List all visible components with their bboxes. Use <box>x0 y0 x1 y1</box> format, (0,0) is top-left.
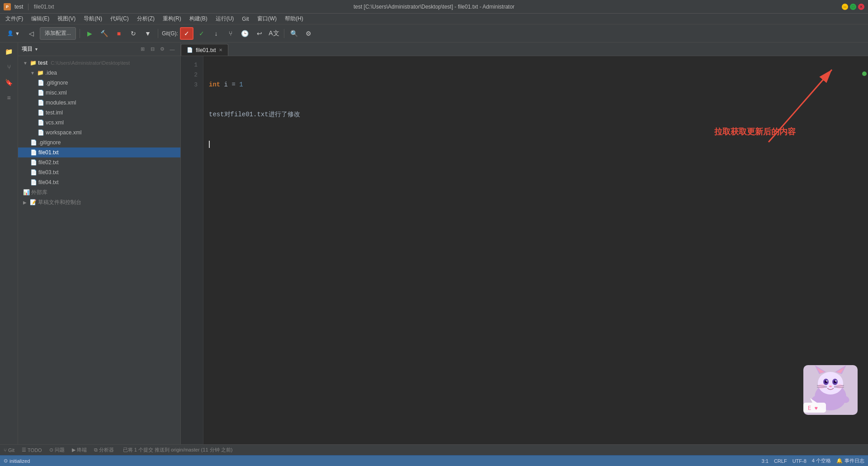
terminal-label: 终端 <box>77 447 87 453</box>
menu-navigate[interactable]: 导航(N) <box>80 14 106 24</box>
menu-git[interactable]: Git <box>238 15 252 23</box>
sidebar-structure-btn[interactable]: ≡ <box>2 90 16 105</box>
tree-item-gitignore-idea[interactable]: 📄 .gitignore <box>18 78 180 88</box>
git-commit-button[interactable]: ✓ <box>180 27 193 40</box>
tab-label: file01.txt <box>196 47 216 53</box>
code-line-2: test对file01.txt进行了修改 <box>209 109 863 119</box>
menu-refactor[interactable]: 重构(R) <box>159 14 185 24</box>
tree-item-root[interactable]: ▼ 📁 test C:\Users\Administrator\Desktop\… <box>18 58 180 68</box>
account-button[interactable]: 👤 ▼ <box>4 27 24 40</box>
toolbar-separator-1 <box>80 29 80 38</box>
git-tool-btn[interactable]: ⑂ Git <box>2 446 16 455</box>
git-branch-button[interactable]: ⑂ <box>224 27 237 40</box>
status-position[interactable]: 3:1 <box>762 458 769 464</box>
tree-item-label: misc.xml <box>46 90 67 96</box>
menu-code[interactable]: 代码(C) <box>107 14 132 24</box>
tree-item-file02[interactable]: 📄 file02.txt <box>18 157 180 167</box>
add-config-button[interactable]: 添加配置... <box>40 27 76 40</box>
folder-icon: 📁 <box>30 60 37 66</box>
initialized-text: initialized <box>9 458 30 464</box>
tree-item-external-libs[interactable]: 📊 外部库 <box>18 187 180 197</box>
panel-title: 项目 ▼ <box>22 45 38 53</box>
tree-item-misc-xml[interactable]: 📄 misc.xml <box>18 88 180 98</box>
editor-tab-file01[interactable]: 📄 file01.txt ✕ <box>181 44 228 56</box>
status-events[interactable]: 🔔 事件日志 <box>836 457 864 464</box>
panel-close-btn[interactable]: — <box>168 45 177 54</box>
sidebar-project-btn[interactable]: 📁 <box>2 44 16 59</box>
tree-item-workspace-xml[interactable]: 📄 workspace.xml <box>18 128 180 138</box>
file-icon: 📄 <box>30 149 37 156</box>
maximize-button[interactable]: □ <box>850 4 856 10</box>
menu-file[interactable]: 文件(F) <box>2 14 27 24</box>
status-line-ending[interactable]: CRLF <box>774 458 787 464</box>
tree-item-gitignore-root[interactable]: 📄 .gitignore <box>18 138 180 147</box>
line-number-3: 3 <box>181 80 203 90</box>
tree-item-modules-xml[interactable]: 📄 modules.xml <box>18 98 180 108</box>
menu-edit[interactable]: 编辑(E) <box>28 14 53 24</box>
file-tree: ▼ 📁 test C:\Users\Administrator\Desktop\… <box>18 56 180 444</box>
translate-button[interactable]: A文 <box>268 27 280 40</box>
terminal-icon: ▶ <box>72 447 75 453</box>
tree-item-vcs-xml[interactable]: 📄 vcs.xml <box>18 118 180 128</box>
tree-item-file04[interactable]: 📄 file04.txt <box>18 177 180 187</box>
nav-back-button[interactable]: ◁ <box>25 27 38 40</box>
git-history-button[interactable]: 🕒 <box>239 27 251 40</box>
git-tool-icon: ⑂ <box>4 447 7 453</box>
build-button[interactable]: 🔨 <box>98 27 111 40</box>
status-encoding[interactable]: UTF-8 <box>793 458 807 464</box>
todo-tool-btn[interactable]: ☰ TODO <box>20 446 44 455</box>
sidebar-bookmarks-btn[interactable]: 🔖 <box>2 75 16 90</box>
todo-label: TODO <box>28 447 42 453</box>
tab-close-btn[interactable]: ✕ <box>219 48 222 52</box>
panel-actions[interactable]: ⊞ ⊟ ⚙ — <box>138 45 177 54</box>
reload-button[interactable]: ↻ <box>127 27 140 40</box>
tree-item-file03[interactable]: 📄 file03.txt <box>18 167 180 177</box>
app-logo: P <box>4 3 11 10</box>
menu-bar: 文件(F) 编辑(E) 视图(V) 导航(N) 代码(C) 分析(Z) 重构(R… <box>0 14 868 24</box>
minimize-button[interactable]: ─ <box>842 4 848 10</box>
panel-settings-btn[interactable]: ⚙ <box>158 45 167 54</box>
tree-item-idea[interactable]: ▼ 📁 .idea <box>18 68 180 78</box>
status-initialized[interactable]: ⊙ initialized <box>4 458 30 464</box>
menu-window[interactable]: 窗口(W) <box>254 14 280 24</box>
status-indent[interactable]: 4 个空格 <box>812 457 831 464</box>
git-history-icon: 🕒 <box>241 30 249 37</box>
problem-tool-btn[interactable]: ⊙ 问题 <box>47 446 66 455</box>
git-tool-label: Git <box>8 447 14 453</box>
expand-all-btn[interactable]: ⊞ <box>138 45 147 54</box>
translate-icon: A文 <box>269 29 279 38</box>
menu-help[interactable]: 帮助(H) <box>281 14 307 24</box>
collapse-all-btn[interactable]: ⊟ <box>148 45 157 54</box>
tree-item-label: workspace.xml <box>46 129 81 136</box>
git-revert-button[interactable]: ↩ <box>253 27 266 40</box>
run-button[interactable]: ▶ <box>84 27 96 40</box>
libs-icon: 📊 <box>23 189 30 195</box>
terminal-tool-btn[interactable]: ▶ 终端 <box>70 446 89 455</box>
stop-button[interactable]: ■ <box>113 27 125 40</box>
git-pull-button[interactable]: ↓ <box>210 27 222 40</box>
git-branch-icon: ⑂ <box>229 30 232 37</box>
menu-run[interactable]: 运行(U) <box>212 14 238 24</box>
git-commit-message: 已将 1 个提交 推送到 origin/master (11 分钟 之前) <box>119 447 236 453</box>
analyzer-tool-btn[interactable]: ⧉ 分析器 <box>92 446 116 455</box>
menu-analyze[interactable]: 分析(Z) <box>133 14 158 24</box>
dropdown-button[interactable]: ▼ <box>142 27 154 40</box>
problem-label: 问题 <box>55 447 65 453</box>
code-editor[interactable]: 1 2 3 int i = 1 test对file01.txt进行了修改 <box>181 56 868 444</box>
right-edge-panel <box>861 70 868 78</box>
git-push-button[interactable]: ✓ <box>195 27 208 40</box>
menu-view[interactable]: 视图(V) <box>54 14 79 24</box>
code-content[interactable]: int i = 1 test对file01.txt进行了修改 <box>203 56 868 444</box>
close-button[interactable]: ✕ <box>858 4 864 10</box>
git-push-icon: ✓ <box>199 30 204 37</box>
tree-item-file01[interactable]: 📄 file01.txt <box>18 147 180 157</box>
tree-item-test-iml[interactable]: 📄 test.iml <box>18 108 180 118</box>
settings-button[interactable]: ⚙ <box>302 27 315 40</box>
line-ending-text: CRLF <box>774 458 787 464</box>
menu-build[interactable]: 构建(B) <box>186 14 211 24</box>
sidebar-vcs-btn[interactable]: ⑂ <box>2 60 16 74</box>
search-everywhere-button[interactable]: 🔍 <box>288 27 301 40</box>
tree-item-scratches[interactable]: ▶ 📝 草稿文件和控制台 <box>18 197 180 207</box>
tree-item-label: .idea <box>45 70 57 76</box>
window-controls[interactable]: ─ □ ✕ <box>842 4 864 10</box>
